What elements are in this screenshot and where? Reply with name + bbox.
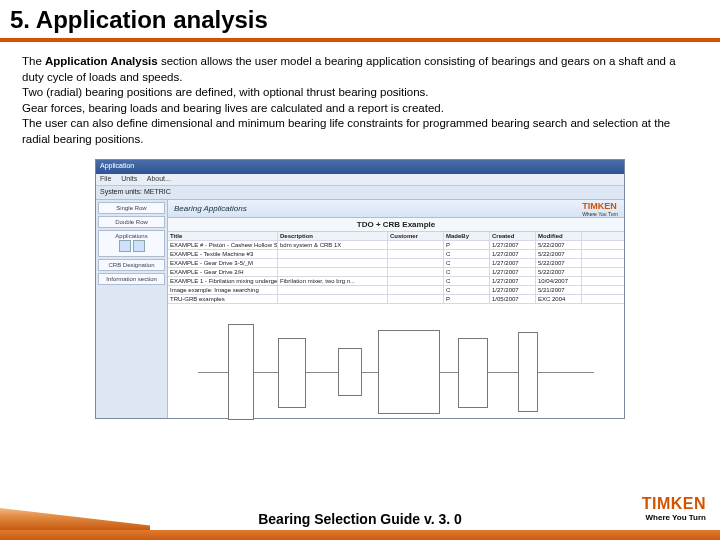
- table-cell: 1/27/2007: [490, 259, 536, 267]
- sidebar-item-label: Double Row: [115, 219, 148, 225]
- paragraph-1: The Application Analysis section allows …: [22, 54, 698, 85]
- shaft-diagram: [168, 304, 624, 418]
- app-icon: [133, 240, 145, 252]
- table-cell: [278, 250, 388, 258]
- col-madeby: MadeBy: [444, 232, 490, 240]
- app-toolbar: System units: METRIC: [96, 186, 624, 200]
- p1-bold: Application Analysis: [45, 55, 158, 67]
- slide-title: 5. Application analysis: [10, 6, 710, 34]
- shaft-gear: [378, 330, 440, 414]
- content-header: Bearing Applications TIMKEN Where You Tu…: [168, 200, 624, 218]
- shaft-bearing: [458, 338, 488, 408]
- table-cell: EXC 2004: [536, 295, 582, 303]
- table-row[interactable]: EXAMPLE - Gear Drive 2/HC1/27/20075/22/2…: [168, 268, 624, 277]
- table-cell: [278, 259, 388, 267]
- table-cell: EXAMPLE # - Pistón - Cashew Hollow Shaft: [168, 241, 278, 249]
- app-icon: [119, 240, 131, 252]
- table-cell: C: [444, 277, 490, 285]
- table-cell: EXAMPLE - Textile Machine #3: [168, 250, 278, 258]
- table-cell: 5/22/2007: [536, 241, 582, 249]
- table-cell: 5/22/2007: [536, 268, 582, 276]
- app-titlebar: Application: [96, 160, 624, 174]
- table-row[interactable]: TRU-GRB examplesP1/05/2007EXC 2004: [168, 295, 624, 304]
- table-cell: Image example: Image searching: [168, 286, 278, 294]
- embedded-app-screenshot: Application File Units About... System u…: [95, 159, 625, 419]
- table-cell: [278, 286, 388, 294]
- table-cell: 1/27/2007: [490, 286, 536, 294]
- table-row[interactable]: EXAMPLE - Textile Machine #3C1/27/20075/…: [168, 250, 624, 259]
- grid-header-row: Title Description Customer MadeBy Create…: [168, 232, 624, 241]
- app-main: Single Row Double Row Applications CRB D…: [96, 200, 624, 418]
- table-cell: EXAMPLE - Gear Drive 2/H: [168, 268, 278, 276]
- paragraph-3: Gear forces, bearing loads and bearing l…: [22, 101, 698, 117]
- table-cell: Fibrilation mixer, two brg n...: [278, 277, 388, 285]
- content-subheader: TDO + CRB Example: [168, 218, 624, 232]
- table-cell: [388, 268, 444, 276]
- table-row[interactable]: EXAMPLE 1 - Fibrilation mixing undergear…: [168, 277, 624, 286]
- table-row[interactable]: EXAMPLE - Gear Drive 3-5/_MC1/27/20075/2…: [168, 259, 624, 268]
- sidebar-item-crb[interactable]: CRB Designation: [98, 259, 165, 271]
- table-cell: [388, 286, 444, 294]
- slide-footer: TIMKEN Where You Turn Bearing Selection …: [0, 490, 720, 540]
- table-cell: 10/04/2007: [536, 277, 582, 285]
- table-cell: 1/27/2007: [490, 241, 536, 249]
- table-cell: 1/27/2007: [490, 250, 536, 258]
- shaft-segment: [338, 348, 362, 396]
- table-cell: 1/05/2007: [490, 295, 536, 303]
- sidebar-item-label: Single Row: [116, 205, 146, 211]
- sidebar-item-applications[interactable]: Applications: [98, 230, 165, 257]
- table-row[interactable]: Image example: Image searchingC1/27/2007…: [168, 286, 624, 295]
- shaft-gear: [228, 324, 254, 420]
- table-cell: 1/27/2007: [490, 277, 536, 285]
- sidebar-info-section: Information section: [98, 273, 165, 285]
- sidebar-item-label: Applications: [115, 233, 147, 239]
- table-cell: 5/22/2007: [536, 259, 582, 267]
- table-cell: [388, 241, 444, 249]
- table-cell: EXAMPLE - Gear Drive 3-5/_M: [168, 259, 278, 267]
- brand-mini: TIMKEN Where You Turn: [582, 201, 618, 217]
- app-menubar: File Units About...: [96, 174, 624, 186]
- table-cell: EXAMPLE 1 - Fibrilation mixing undergear…: [168, 277, 278, 285]
- sidebar-item-single-row[interactable]: Single Row: [98, 202, 165, 214]
- menu-file[interactable]: File: [100, 175, 111, 182]
- sidebar-item-double-row[interactable]: Double Row: [98, 216, 165, 228]
- table-cell: P: [444, 241, 490, 249]
- table-cell: [388, 277, 444, 285]
- footer-accent-bar: [0, 530, 720, 540]
- table-cell: C: [444, 250, 490, 258]
- p1-prefix: The: [22, 55, 45, 67]
- menu-units[interactable]: Units: [121, 175, 137, 182]
- table-cell: bdm system & CRB 1X: [278, 241, 388, 249]
- table-cell: C: [444, 259, 490, 267]
- col-customer: Customer: [388, 232, 444, 240]
- slide-body: The Application Analysis section allows …: [0, 42, 720, 155]
- menu-about[interactable]: About...: [147, 175, 171, 182]
- table-cell: C: [444, 286, 490, 294]
- table-cell: 1/27/2007: [490, 268, 536, 276]
- table-cell: [278, 295, 388, 303]
- app-content: Bearing Applications TIMKEN Where You Tu…: [168, 200, 624, 418]
- table-cell: [388, 295, 444, 303]
- col-title: Title: [168, 232, 278, 240]
- slide-title-bar: 5. Application analysis: [0, 0, 720, 42]
- table-cell: [388, 259, 444, 267]
- brand-mini-text: TIMKEN: [582, 201, 617, 211]
- app-sidebar: Single Row Double Row Applications CRB D…: [96, 200, 168, 418]
- table-row[interactable]: EXAMPLE # - Pistón - Cashew Hollow Shaft…: [168, 241, 624, 250]
- brand-mini-tagline: Where You Turn: [582, 211, 618, 217]
- grid-body: EXAMPLE # - Pistón - Cashew Hollow Shaft…: [168, 241, 624, 304]
- content-header-title: Bearing Applications: [174, 204, 247, 213]
- paragraph-2: Two (radial) bearing positions are defin…: [22, 85, 698, 101]
- table-cell: C: [444, 268, 490, 276]
- table-cell: [388, 250, 444, 258]
- col-modified: Modified: [536, 232, 582, 240]
- sidebar-item-label: CRB Designation: [108, 262, 154, 268]
- paragraph-4: The user can also define dimensional and…: [22, 116, 698, 147]
- table-cell: P: [444, 295, 490, 303]
- table-cell: 5/22/2007: [536, 250, 582, 258]
- col-created: Created: [490, 232, 536, 240]
- shaft-component: [518, 332, 538, 412]
- table-cell: [278, 268, 388, 276]
- shaft-bearing: [278, 338, 306, 408]
- col-desc: Description: [278, 232, 388, 240]
